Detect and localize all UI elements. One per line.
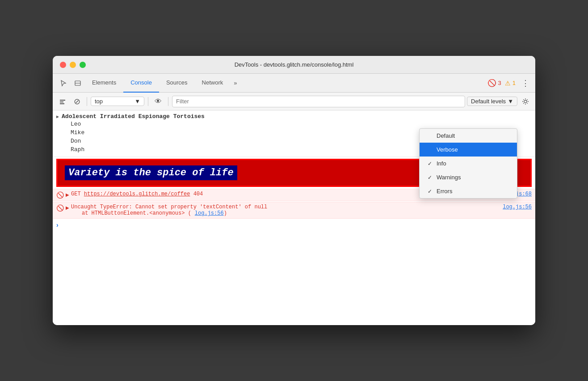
levels-chevron-icon: ▼ [508,98,513,105]
toolbar-divider-2 [148,97,148,106]
tabs-right: 🚫 3 ⚠ 1 ⋮ [487,77,532,89]
cursor-icon[interactable] [56,76,71,90]
list-item: Leo [71,120,532,128]
group-children: Leo Mike Don Raph [56,120,532,154]
list-item: Mike [71,128,532,137]
console-prompt: › [53,219,535,231]
more-tabs-button[interactable]: » [230,80,240,86]
prompt-icon: › [56,221,59,229]
console-group: ▶ Adolescent Irradiated Espionage Tortoi… [53,110,535,157]
tab-network[interactable]: Network [195,74,231,93]
traffic-lights [60,62,86,68]
console-content: ▶ Adolescent Irradiated Espionage Tortoi… [53,110,535,325]
error-row-2: 🚫 ▶ Uncaught TypeError: Cannot set prope… [53,202,535,219]
devtools-window: DevTools - devtools.glitch.me/console/lo… [53,56,535,325]
error-1-url[interactable]: https://devtools.glitch.me/coffee [84,191,190,197]
group-header[interactable]: ▶ Adolescent Irradiated Espionage Tortoi… [56,113,532,120]
default-levels-button[interactable]: Default levels ▼ [467,97,517,106]
tab-elements[interactable]: Elements [85,74,123,93]
error-icon-1: 🚫 [56,191,64,199]
error-row-1: 🚫 ▶ GET https://devtools.glitch.me/coffe… [53,189,535,201]
tab-sources[interactable]: Sources [159,74,195,93]
list-item: Raph [71,145,532,154]
error-icon: 🚫 [487,79,496,87]
error-2-inline-link[interactable]: log.js:56 [195,210,224,216]
svg-rect-3 [60,102,63,102]
title-bar: DevTools - devtools.glitch.me/console/lo… [53,56,535,74]
error-1-file-link[interactable]: log.js:68 [503,191,532,197]
error-badge: 🚫 3 [487,79,501,87]
settings-icon[interactable] [519,95,532,108]
error-2-sub: at HTMLButtonElement.<anonymous> (log.js… [71,210,227,216]
error-1-text: GET https://devtools.glitch.me/coffee 40… [71,191,499,197]
warning-badge: ⚠ 1 [505,80,516,87]
block-icon[interactable]: ⊘ [71,95,83,108]
context-selector[interactable]: top ▼ [91,97,144,106]
svg-rect-4 [60,103,64,104]
list-item: Don [71,137,532,145]
clear-console-button[interactable] [56,95,69,108]
tab-console[interactable]: Console [123,74,159,93]
devtools-tabs: Elements Console Sources Network » 🚫 3 ⚠… [53,74,535,93]
toolbar-divider-3 [168,97,168,106]
filter-input[interactable] [172,96,465,107]
minimize-button[interactable] [70,62,76,68]
svg-point-5 [524,100,527,103]
more-options-button[interactable]: ⋮ [519,77,532,89]
expand-error-2[interactable]: ▶ [66,205,69,210]
dock-icon[interactable] [71,76,85,90]
expand-icon[interactable]: ▶ [56,114,59,119]
close-button[interactable] [60,62,66,68]
maximize-button[interactable] [80,62,86,68]
error-icon-2: 🚫 [56,204,64,212]
toolbar-divider-1 [87,97,87,106]
window-title: DevTools - devtools.glitch.me/console/lo… [235,61,354,68]
error-1-code: 404 [193,191,203,197]
variety-message: Variety is the spice of life [56,159,532,187]
eye-icon[interactable]: 👁 [152,95,164,108]
svg-rect-2 [60,100,65,101]
chevron-down-icon: ▼ [134,98,140,105]
error-2-file-link[interactable]: log.js:56 [503,204,532,210]
expand-error-1[interactable]: ▶ [66,192,69,197]
error-2-text: Uncaught TypeError: Cannot set property … [71,204,499,216]
console-toolbar: ⊘ top ▼ 👁 Default levels ▼ [53,93,535,110]
warning-icon: ⚠ [505,80,511,87]
